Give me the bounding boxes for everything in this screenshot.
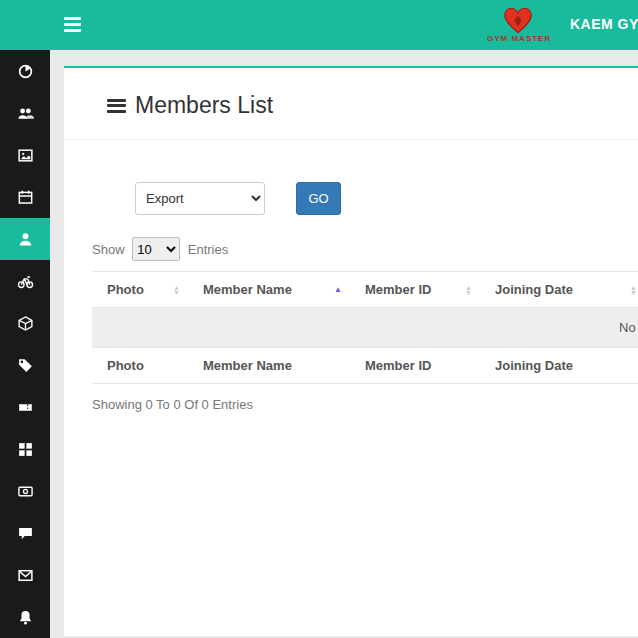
sidebar-item-notifications[interactable] bbox=[0, 596, 50, 638]
table-footer-row: Photo Member Name Member ID Joining Date bbox=[92, 348, 638, 384]
page-length-select[interactable]: 10 bbox=[132, 237, 180, 261]
pie-chart-icon bbox=[17, 63, 34, 80]
member-icon bbox=[17, 231, 34, 248]
page-title: Members List bbox=[135, 92, 273, 119]
gym-master-logo: GYM MASTER bbox=[487, 4, 549, 43]
members-table: Photo ▲▼ Member Name ▲ Member ID ▲▼ Join… bbox=[92, 271, 638, 384]
table-footer-photo: Photo bbox=[92, 348, 188, 383]
sidebar-item-packages[interactable] bbox=[0, 302, 50, 344]
tag-icon bbox=[17, 357, 34, 374]
entries-summary: Showing 0 To 0 Of 0 Entries bbox=[92, 397, 638, 412]
sidebar bbox=[0, 50, 50, 638]
sort-icons: ▲▼ bbox=[173, 285, 180, 295]
sidebar-item-gallery[interactable] bbox=[0, 134, 50, 176]
sort-icons: ▲▼ bbox=[465, 285, 472, 295]
sort-asc-icon: ▲ bbox=[334, 285, 342, 294]
bike-icon bbox=[17, 273, 34, 290]
table-footer-member-name: Member Name bbox=[188, 348, 350, 383]
ticket-icon bbox=[17, 399, 34, 416]
table-header-joining-date[interactable]: Joining Date ▲▼ bbox=[480, 272, 638, 307]
grid-icon bbox=[17, 441, 34, 458]
sidebar-item-offers[interactable] bbox=[0, 344, 50, 386]
table-footer-joining-date: Joining Date bbox=[480, 348, 638, 383]
members-list-card: Members List Export GO Show 10 Entries P… bbox=[64, 66, 638, 636]
sidebar-item-messages[interactable] bbox=[0, 512, 50, 554]
show-label: Show bbox=[92, 242, 125, 257]
table-header-photo[interactable]: Photo ▲▼ bbox=[92, 272, 188, 307]
list-icon bbox=[107, 99, 126, 113]
bell-icon bbox=[17, 609, 34, 626]
sidebar-item-users[interactable] bbox=[0, 92, 50, 134]
table-header-member-name[interactable]: Member Name ▲ bbox=[188, 272, 350, 307]
sidebar-item-equipment[interactable] bbox=[0, 260, 50, 302]
card-header: Members List bbox=[64, 68, 638, 140]
sidebar-item-payments[interactable] bbox=[0, 470, 50, 512]
empty-table-message: No data available in table bbox=[619, 320, 638, 335]
sidebar-item-email[interactable] bbox=[0, 554, 50, 596]
topbar: GYM MASTER KAEM GYM bbox=[0, 0, 638, 50]
package-icon bbox=[17, 315, 34, 332]
sidebar-item-coupons[interactable] bbox=[0, 386, 50, 428]
money-icon bbox=[17, 483, 34, 500]
mail-icon bbox=[17, 567, 34, 584]
go-button[interactable]: GO bbox=[296, 182, 341, 215]
table-footer-member-id: Member ID bbox=[350, 348, 480, 383]
heart-logo-icon bbox=[501, 4, 535, 36]
table-header-row: Photo ▲▼ Member Name ▲ Member ID ▲▼ Join… bbox=[92, 271, 638, 308]
entries-label: Entries bbox=[188, 242, 228, 257]
sidebar-item-dashboard[interactable] bbox=[0, 50, 50, 92]
sidebar-item-modules[interactable] bbox=[0, 428, 50, 470]
table-zone: Show 10 Entries Photo ▲▼ Member Name ▲ bbox=[64, 237, 638, 412]
menu-toggle-icon[interactable] bbox=[64, 17, 81, 32]
table-header-member-id[interactable]: Member ID ▲▼ bbox=[350, 272, 480, 307]
sidebar-item-schedule[interactable] bbox=[0, 176, 50, 218]
sidebar-item-members[interactable] bbox=[0, 218, 50, 260]
chat-icon bbox=[17, 525, 34, 542]
brand-title[interactable]: KAEM GYM bbox=[570, 16, 638, 32]
show-entries-row: Show 10 Entries bbox=[92, 237, 638, 261]
logo-text: GYM MASTER bbox=[487, 34, 549, 43]
users-icon bbox=[17, 105, 34, 122]
toolbar: Export GO bbox=[135, 182, 638, 215]
main-content: Members List Export GO Show 10 Entries P… bbox=[50, 50, 638, 638]
export-select[interactable]: Export bbox=[135, 182, 265, 215]
calendar-icon bbox=[17, 189, 34, 206]
sort-icons: ▲▼ bbox=[630, 285, 637, 295]
photo-frame-icon bbox=[17, 147, 34, 164]
empty-table-row: No data available in table bbox=[92, 308, 638, 348]
